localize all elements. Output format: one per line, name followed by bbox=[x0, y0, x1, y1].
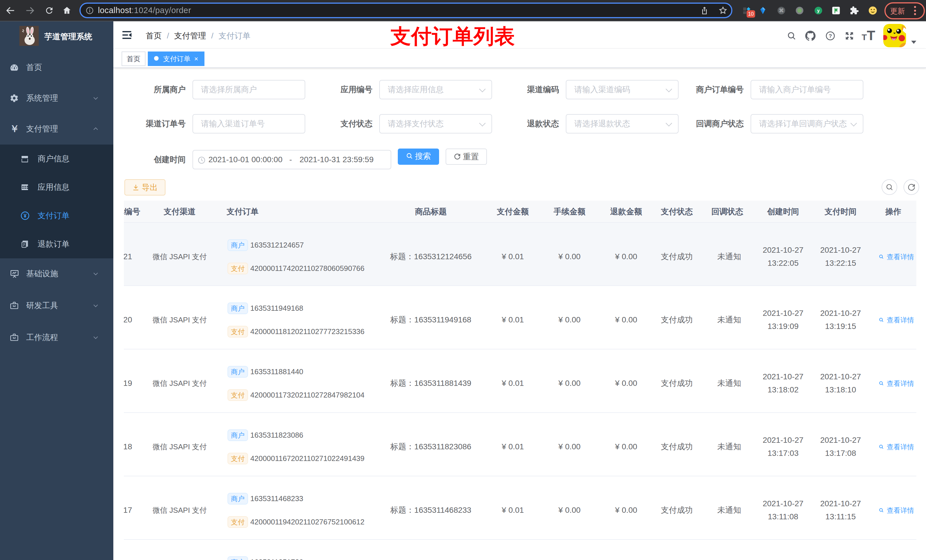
svg-text:?: ? bbox=[829, 33, 832, 39]
svg-text:y: y bbox=[817, 8, 820, 13]
svg-text:⌘: ⌘ bbox=[779, 8, 784, 14]
